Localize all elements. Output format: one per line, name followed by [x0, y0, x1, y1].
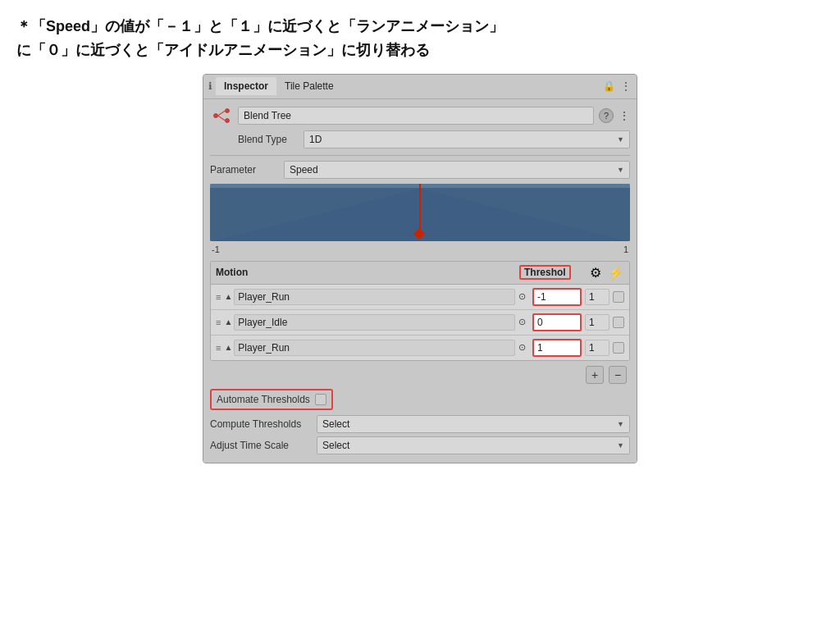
target-button[interactable]: ⊙: [518, 317, 526, 327]
automate-label: Automate Thresholds: [217, 394, 310, 405]
drag-handle[interactable]: ≡: [216, 317, 221, 327]
compute-select[interactable]: Select ▼: [317, 415, 630, 433]
col-threshold-label: Threshol: [519, 265, 585, 280]
tab-bar: ℹ Inspector Tile Palette 🔒 ⋮: [203, 75, 637, 99]
motion-name: Player_Idle: [234, 314, 515, 331]
panel-content: Blend Tree ? ⋮ Blend Type 1D ▼ Parameter…: [203, 99, 637, 463]
drag-handle[interactable]: ≡: [216, 292, 221, 302]
clip-icon: ▲: [224, 317, 232, 326]
target-button[interactable]: ⊙: [518, 291, 526, 302]
compute-label: Compute Thresholds: [210, 418, 317, 430]
adjust-arrow: ▼: [617, 441, 624, 450]
blend-type-select[interactable]: 1D ▼: [304, 130, 630, 148]
info-icon: ℹ: [208, 80, 212, 92]
tab-menu-icon[interactable]: ⋮: [620, 80, 632, 93]
blend-tree-menu[interactable]: ⋮: [619, 109, 630, 122]
divider-1: [210, 155, 630, 156]
range-max: 1: [623, 244, 628, 254]
blend-type-label: Blend Type: [238, 134, 304, 145]
add-button[interactable]: +: [586, 366, 604, 384]
blend-tree-icon: [210, 104, 233, 127]
clip-icon: ▲: [224, 292, 232, 301]
svg-point-2: [226, 118, 230, 122]
threshold-value[interactable]: -1: [532, 288, 582, 306]
sort-icon[interactable]: ⚙: [590, 265, 601, 281]
motion-name: Player_Run: [234, 289, 515, 305]
adjust-timescale-row: Adjust Time Scale Select ▼: [210, 436, 630, 454]
compute-arrow: ▼: [617, 420, 624, 428]
tab-inspector[interactable]: Inspector: [216, 77, 276, 95]
clip-icon: ▲: [224, 343, 232, 352]
compute-thresholds-row: Compute Thresholds Select ▼: [210, 415, 630, 433]
table-row: ≡ ▲ Player_Run ⊙ -1 1: [211, 285, 629, 310]
table-row: ≡ ▲ Player_Idle ⊙ 0 1: [211, 310, 629, 336]
range-min: -1: [212, 244, 220, 254]
annotation-line2: に「０」に近づくと「アイドルアニメーション」に切り替わる: [16, 39, 824, 62]
panel-wrapper: ℹ Inspector Tile Palette 🔒 ⋮: [0, 74, 840, 463]
adjust-label: Adjust Time Scale: [210, 440, 317, 451]
automate-thresholds-row: Automate Thresholds: [210, 389, 333, 410]
motion-checkbox[interactable]: [613, 291, 624, 303]
blend-needle[interactable]: [419, 184, 421, 241]
inspector-panel: ℹ Inspector Tile Palette 🔒 ⋮: [203, 74, 637, 463]
motion-name: Player_Run: [234, 340, 515, 356]
blend-type-row: Blend Type 1D ▼: [238, 130, 630, 148]
parameter-arrow: ▼: [617, 166, 624, 174]
parameter-row: Parameter Speed ▼: [210, 161, 630, 179]
svg-line-4: [218, 116, 226, 121]
annotation-line1: ＊「Speed」の値が「－１」と「１」に近づくと「ランアニメーション」: [16, 15, 824, 39]
col-motion-label: Motion: [216, 267, 516, 278]
motion-table: Motion Threshol ⚙ ⚡ ≡ ▲ Player_Run ⊙ -1: [210, 261, 630, 361]
table-row: ≡ ▲ Player_Run ⊙ 1 1: [211, 336, 629, 360]
remove-button[interactable]: −: [609, 366, 627, 384]
motion-table-header: Motion Threshol ⚙ ⚡: [211, 262, 629, 285]
range-labels: -1 1: [210, 244, 630, 254]
add-remove-row: + −: [210, 366, 630, 384]
help-button[interactable]: ?: [599, 108, 614, 123]
automate-checkbox[interactable]: [315, 394, 326, 405]
blend-type-arrow: ▼: [617, 135, 624, 144]
svg-point-0: [214, 113, 218, 117]
tab-tile-palette[interactable]: Tile Palette: [276, 77, 342, 95]
blend-type-value: 1D: [309, 134, 322, 145]
adjust-icon[interactable]: ⚡: [608, 265, 624, 281]
motion-header-icons: ⚙ ⚡: [590, 265, 624, 281]
blend-tree-row: Blend Tree ? ⋮: [210, 104, 630, 127]
adjust-value: Select: [322, 440, 349, 451]
compute-value: Select: [322, 418, 349, 430]
blend-tree-name: Blend Tree: [238, 107, 594, 125]
motion-checkbox[interactable]: [613, 317, 624, 328]
svg-point-1: [226, 108, 230, 112]
annotation-block: ＊「Speed」の値が「－１」と「１」に近づくと「ランアニメーション」 に「０」…: [0, 0, 840, 71]
drag-handle[interactable]: ≡: [216, 343, 221, 353]
lock-icon[interactable]: 🔒: [603, 80, 615, 92]
blend-visualization: [210, 184, 630, 241]
parameter-label: Parameter: [210, 164, 284, 176]
parameter-value: Speed: [290, 164, 318, 176]
threshold-value[interactable]: 0: [532, 313, 582, 331]
extra-value: 1: [585, 289, 609, 305]
motion-checkbox[interactable]: [613, 342, 624, 354]
svg-line-3: [218, 111, 226, 116]
threshold-value[interactable]: 1: [532, 339, 582, 357]
extra-value: 1: [585, 340, 609, 356]
parameter-select[interactable]: Speed ▼: [284, 161, 630, 179]
target-button[interactable]: ⊙: [518, 342, 526, 353]
adjust-select[interactable]: Select ▼: [317, 436, 630, 454]
extra-value: 1: [585, 314, 609, 331]
